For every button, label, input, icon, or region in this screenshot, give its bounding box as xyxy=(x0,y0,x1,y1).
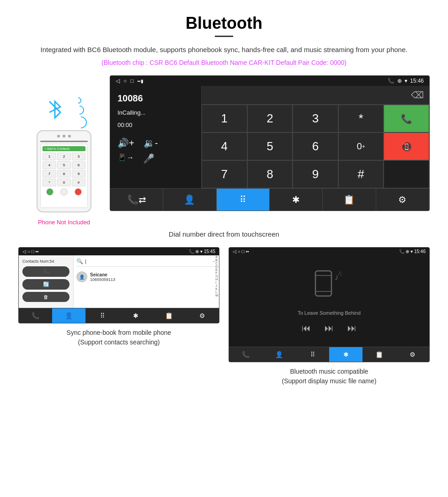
phone-screen: + Add to Contacts 1 2 3 4 5 6 7 8 9 * 0 … xyxy=(40,144,88,208)
key-4[interactable]: 4 xyxy=(202,132,247,160)
contact-search-bar[interactable]: 🔍 | ← xyxy=(76,258,216,267)
bluetooth-icon-area xyxy=(46,94,82,126)
dial-input-row: ⌫ xyxy=(202,86,429,105)
mini-bluetooth-btn[interactable]: ✱ xyxy=(119,308,152,323)
music-phonebook-btn[interactable]: 📋 xyxy=(363,347,396,362)
next-btn[interactable]: ⏭ xyxy=(347,323,357,333)
key-3[interactable]: 3 xyxy=(293,105,338,132)
mini-dialpad-btn[interactable]: ⠿ xyxy=(85,308,119,323)
status-left-icons: ◁ ○ □ ▪▪▮ xyxy=(116,78,144,84)
nav-settings-btn[interactable]: ⚙ xyxy=(376,189,429,211)
music-calls-btn[interactable]: 📞 xyxy=(229,347,262,362)
music-controls: ⏮ ⏭ ⏭ xyxy=(302,323,357,333)
bluetooth-waves-icon xyxy=(75,97,87,128)
key-2[interactable]: 2 xyxy=(247,105,293,132)
sync-contact-btn[interactable]: 🔄 xyxy=(22,279,69,290)
key-9[interactable]: 9 xyxy=(293,160,338,188)
search-icon: 🔍 xyxy=(76,258,83,264)
status-bar: ◁ ○ □ ▪▪▮ 📞 ⊕ ▾ 15:46 xyxy=(110,76,429,86)
notification-icons: ▪▪▮ xyxy=(138,79,144,84)
contacts-bottom-nav: 📞 👤 ⠿ ✱ 📋 ⚙ xyxy=(19,308,219,323)
next-chapter-btn[interactable]: ⏭ xyxy=(325,323,334,333)
key-1[interactable]: 1 xyxy=(202,105,247,132)
music-screen: ◁ ○ □ ▪▪ 📞 ⊕ ▾ 15:46 ♪ ♫ xyxy=(229,247,430,362)
prev-btn[interactable]: ⏮ xyxy=(302,323,311,333)
dial-timer: 00:00 xyxy=(117,122,194,128)
key-7[interactable]: 7 xyxy=(202,160,247,188)
dial-controls: 🔊+ 🔉- 📱→ 🎤 xyxy=(117,137,194,164)
contacts-count: Contacts Num:54 xyxy=(22,259,69,264)
call-btn[interactable]: 📞 xyxy=(384,105,429,132)
mini-phonebook-btn[interactable]: 📋 xyxy=(152,308,186,323)
key-star[interactable]: * xyxy=(338,105,384,132)
phone-bottom-bar xyxy=(43,188,85,196)
music-caption: Bluetooth music compatible (Support disp… xyxy=(229,367,430,386)
key-8[interactable]: 8 xyxy=(247,160,293,188)
music-contacts-btn[interactable]: 👤 xyxy=(262,347,296,362)
nav-calls-btn[interactable]: 📞⇄ xyxy=(110,189,163,211)
phone-side-panel: + Add to Contacts 1 2 3 4 5 6 7 8 9 * 0 … xyxy=(18,94,110,226)
mini-settings-btn[interactable]: ⚙ xyxy=(186,308,219,323)
status-time: 15:46 xyxy=(410,78,424,84)
back-icon: ◁ xyxy=(116,78,120,84)
phone-cam-btn xyxy=(60,188,68,196)
end-call-btn[interactable]: 📵 xyxy=(384,132,429,160)
phone-device: + Add to Contacts 1 2 3 4 5 6 7 8 9 * 0 … xyxy=(37,130,91,212)
phone-top-bar xyxy=(40,135,88,139)
alpha-index: A B C D E F G H I J K L M xyxy=(215,255,218,297)
contact-item: 👤 Seicane 10655059113 xyxy=(76,270,216,284)
nav-contacts-btn[interactable]: 👤 xyxy=(163,189,216,211)
contacts-body: Contacts Num:54 📞 🔄 🗑 🔍 | ← xyxy=(19,255,219,308)
mic-icon[interactable]: 🎤 xyxy=(143,153,155,164)
contacts-status-right: 📞 ⊕ ▾ 15:45 xyxy=(189,249,215,254)
contact-info: Seicane 10655059113 xyxy=(90,272,115,282)
volume-down-icon[interactable]: 🔉- xyxy=(144,137,158,148)
phone-key-8: 8 xyxy=(57,170,71,178)
music-status-left: ◁ ○ □ ▪▪ xyxy=(233,249,249,254)
bottom-screens: ◁ ○ □ ▪▪ 📞 ⊕ ▾ 15:45 Contacts Num:54 📞 🔄… xyxy=(18,247,430,386)
contacts-left-panel: Contacts Num:54 📞 🔄 🗑 xyxy=(19,255,74,308)
location-icon: ⊕ xyxy=(397,78,402,84)
bluetooth-symbol-icon xyxy=(46,96,64,123)
transfer-icon[interactable]: 📱→ xyxy=(117,153,134,164)
status-right-icons: 📞 ⊕ ▾ 15:46 xyxy=(388,78,424,84)
dial-right-panel: ⌫ 1 2 3 * 📞 4 5 6 0+ 📵 7 8 xyxy=(202,86,429,188)
contacts-status-bar: ◁ ○ □ ▪▪ 📞 ⊕ ▾ 15:45 xyxy=(19,248,219,255)
volume-up-icon[interactable]: 🔊+ xyxy=(117,137,134,148)
phone-key-1: 1 xyxy=(43,153,56,160)
key-6[interactable]: 6 xyxy=(293,132,338,160)
music-bottom-nav: 📞 👤 ⠿ ✱ 📋 ⚙ xyxy=(229,347,429,362)
main-caption: Dial number direct from touchscreen xyxy=(18,230,430,238)
music-status-right: 📞 ⊕ ▾ 15:46 xyxy=(399,249,426,254)
phone-status-icon: 📞 xyxy=(388,78,395,84)
wifi-icon: ▾ xyxy=(405,78,407,84)
phone-speaker xyxy=(40,141,88,142)
nav-phonebook-btn[interactable]: 📋 xyxy=(323,189,376,211)
music-settings-btn[interactable]: ⚙ xyxy=(396,347,429,362)
delete-contact-btn[interactable]: 🗑 xyxy=(22,292,69,302)
phone-key-0: 0 xyxy=(57,179,71,186)
phone-key-4: 4 xyxy=(43,161,56,169)
music-dialpad-btn[interactable]: ⠿ xyxy=(296,347,329,362)
music-artwork-icon: ♪ ♫ xyxy=(311,269,347,306)
key-empty xyxy=(384,160,429,188)
contact-name: Seicane xyxy=(90,272,115,277)
mini-contacts-btn[interactable]: 👤 xyxy=(52,308,85,323)
key-5[interactable]: 5 xyxy=(247,132,293,160)
backspace-btn[interactable]: ⌫ xyxy=(411,90,424,100)
music-bluetooth-btn[interactable]: ✱ xyxy=(329,347,363,362)
contacts-status-left: ◁ ○ □ ▪▪ xyxy=(22,249,39,254)
phone-not-included-label: Phone Not Included xyxy=(38,219,90,226)
phone-key-9: 9 xyxy=(72,170,85,178)
call-contact-btn[interactable]: 📞 xyxy=(22,266,69,277)
phone-screen-header: + Add to Contacts xyxy=(43,146,85,151)
key-0plus[interactable]: 0+ xyxy=(338,132,384,160)
key-hash[interactable]: # xyxy=(338,160,384,188)
nav-bluetooth-btn[interactable]: ✱ xyxy=(270,189,323,211)
main-section: + Add to Contacts 1 2 3 4 5 6 7 8 9 * 0 … xyxy=(18,75,430,226)
svg-rect-0 xyxy=(315,271,331,296)
mini-calls-btn[interactable]: 📞 xyxy=(19,308,52,323)
contact-number: 10655059113 xyxy=(90,277,115,282)
nav-dialpad-btn[interactable]: ⠿ xyxy=(217,189,270,211)
search-cursor: | xyxy=(85,259,86,264)
